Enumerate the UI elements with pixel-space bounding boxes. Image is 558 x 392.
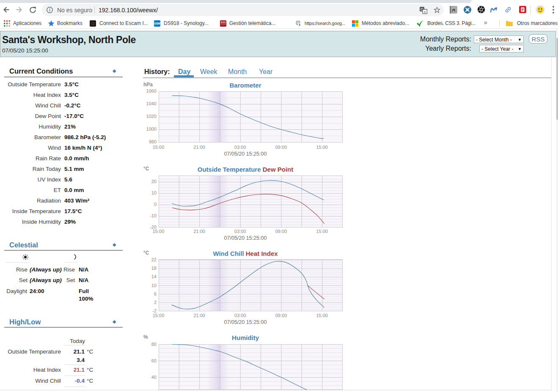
svg-text:x: x bbox=[424, 10, 426, 14]
svg-text:DSM: DSM bbox=[154, 22, 160, 25]
